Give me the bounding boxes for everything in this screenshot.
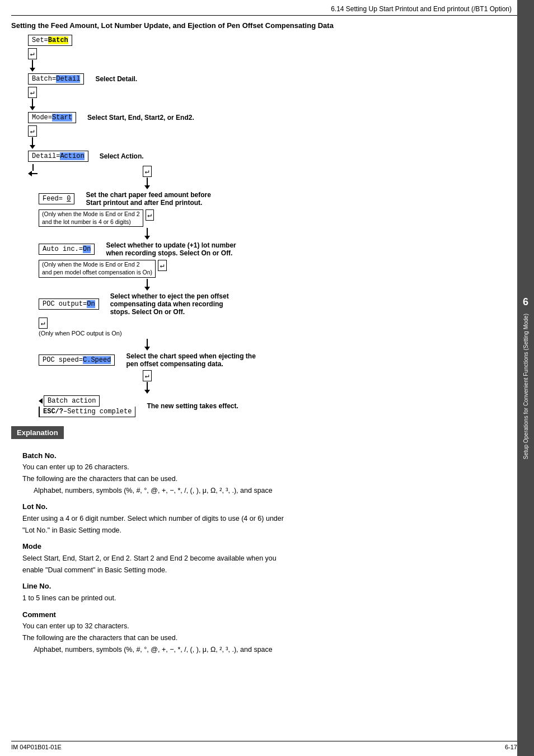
poc-out-label: POC output= — [43, 300, 87, 308]
feed-label: Feed= — [43, 195, 63, 203]
arrow-5 — [39, 228, 256, 240]
set-batch-box: Set=Batch — [28, 35, 72, 46]
arrow-line-7 — [147, 339, 148, 347]
enter-1: ↵ — [28, 48, 37, 59]
footer-right: 6-17 — [505, 744, 517, 750]
cond3-text: (Only when POC output is On) — [39, 330, 122, 337]
arrow-7 — [39, 339, 256, 351]
comment-line1: You can enter up to 32 characters. — [22, 621, 517, 632]
mode-title: Mode — [22, 541, 517, 552]
batch-action-label: Batch action — [48, 397, 96, 405]
arrow-3: ↵ — [28, 125, 37, 149]
arrow-head-1 — [30, 68, 35, 72]
setting-complete-label: Setting complete — [67, 408, 132, 416]
arrow-head-7 — [144, 347, 150, 351]
enter-8: ↵ — [143, 370, 152, 381]
mode-line1: Select Start, End, Start 2, or End 2. St… — [22, 553, 517, 564]
arrow-head-6 — [144, 287, 150, 291]
mode-start-annotation: Select Start, End, Start2, or End2. — [87, 114, 194, 122]
batch-no-line1: You can enter up to 26 characters. — [22, 462, 517, 473]
poc-output-box: POC output=On — [39, 298, 99, 310]
arrow-8: ↵ — [39, 370, 256, 394]
detail-action-box: Detail=Action — [28, 151, 88, 162]
explanation-section: Explanation Batch No. You can enter up t… — [11, 426, 517, 655]
auto-inc-annotation: Select whether to update (+1) lot number… — [106, 241, 236, 257]
poc-speed-annotation: Select the chart speed when ejecting the… — [126, 352, 255, 368]
batch-detail-annotation: Select Detail. — [95, 75, 137, 83]
poc-output-row: POC output=On Select whether to eject th… — [39, 292, 256, 316]
poc-speed-label: POC speed= — [43, 356, 83, 364]
enter-cond1: ↵ — [146, 209, 154, 221]
poc-speed-highlight: C.Speed — [83, 356, 111, 364]
batch-action-box: Batch action — [44, 395, 100, 407]
right-sidebar: 6 Setup Operations for Convenient Functi… — [517, 0, 534, 756]
poc-speed-box: POC speed=C.Speed — [39, 354, 115, 366]
lineno-line1: 1 to 5 lines can be printed out. — [22, 593, 517, 604]
detail-label: Detail= — [32, 152, 60, 160]
arrow-line-6 — [147, 279, 148, 287]
enter-3: ↵ — [28, 125, 37, 137]
batch-detail-box: Batch=Detail — [28, 73, 84, 85]
cond2-line1: (Only when the Mode is End or End 2 — [42, 261, 140, 268]
arrow-line-8 — [147, 382, 148, 390]
lot-no-title: Lot No. — [22, 501, 517, 512]
batch-action-line: Batch action — [39, 395, 100, 407]
mode-highlight: Start — [52, 114, 72, 122]
footer-left: IM 04P01B01-01E — [11, 744, 62, 750]
cond1-box: (Only when the Mode is End or End 2 and … — [39, 209, 143, 227]
esc-label: ESC/? — [43, 408, 63, 416]
poc-out-highlight: On — [87, 300, 95, 308]
explanation-content: Batch No. You can enter up to 26 charact… — [22, 450, 517, 655]
lot-no-line1: Enter using a 4 or 6 digit number. Selec… — [22, 514, 517, 524]
batch-esc-section: Batch action ESC/?–Setting complete — [39, 395, 135, 417]
sub-diagram: ↵ Feed= 0 Set the chart paper feed amoun… — [39, 164, 256, 418]
enter-cond2: ↵ — [158, 260, 167, 271]
set-label: Set= — [32, 36, 48, 44]
mode-line2: enable "Dual comment" in Basic Setting m… — [22, 565, 517, 576]
feedback-section: ↵ Feed= 0 Set the chart paper feed amoun… — [28, 164, 256, 418]
arrow-1: ↵ — [28, 48, 37, 72]
condition-2: (Only when the Mode is End or End 2 and … — [39, 260, 256, 277]
batch-label: Batch= — [32, 75, 56, 83]
batch-action-annotation: The new setting takes effect. — [147, 402, 238, 410]
arrow-line-3 — [32, 137, 33, 145]
detail-highlight: Action — [60, 152, 84, 160]
explanation-header: Explanation — [11, 426, 64, 439]
section-title: Setting the Feed Amount, Lot Number Upda… — [11, 21, 334, 30]
arrow-line-2 — [32, 99, 33, 106]
poc-speed-row: POC speed=C.Speed Select the chart speed… — [39, 352, 256, 368]
poc-output-annotation: Select whether to eject the pen offsetco… — [110, 292, 229, 316]
arrow-head-2 — [30, 106, 35, 110]
auto-inc-box: Auto inc.=On — [39, 244, 95, 255]
cond1-line2: and the lot number is 4 or 6 digits) — [42, 218, 131, 225]
arrow-line-5 — [147, 228, 148, 236]
comment-line2: The following are the characters that ca… — [22, 633, 517, 643]
section-title-block: Setting the Feed Amount, Lot Number Upda… — [11, 21, 517, 30]
detail-action-row: Detail=Action Select Action. — [28, 151, 144, 162]
footer: IM 04P01B01-01E 6-17 — [11, 741, 517, 750]
feed-annotation: Set the chart paper feed amount beforeSt… — [86, 191, 210, 207]
set-batch-row: Set=Batch — [28, 35, 72, 46]
arrow-line-1 — [32, 60, 33, 68]
arrow-head-3 — [30, 145, 35, 149]
enter-poc: ↵ — [39, 318, 256, 329]
auto-inc-row: Auto inc.=On Select whether to update (+… — [39, 241, 256, 257]
arrow-head-5 — [144, 236, 150, 240]
header-title: 6.14 Setting Up Start Printout and End p… — [331, 5, 512, 13]
enter-poc-symbol: ↵ — [39, 318, 48, 329]
feedback-arrow — [28, 164, 38, 418]
feed-row: Feed= 0 Set the chart paper feed amount … — [39, 191, 256, 207]
enter-4: ↵ — [143, 166, 152, 177]
batch-no-chars: Alphabet, numbers, symbols (%, #, °, @, … — [34, 486, 517, 496]
condition-1: (Only when the Mode is End or End 2 and … — [39, 209, 256, 227]
setting-complete-line: ESC/?–Setting complete — [39, 407, 135, 417]
batch-no-line2: The following are the characters that ca… — [22, 474, 517, 484]
esc-setting-box: ESC/?–Setting complete — [39, 407, 135, 417]
batch-action-row: Batch action ESC/?–Setting complete The … — [39, 395, 256, 417]
enter-2: ↵ — [28, 87, 37, 98]
diagram-container: Set=Batch ↵ Batch=Detail Select Detail. … — [28, 34, 517, 418]
arrow-head-4 — [144, 185, 150, 189]
main-content: 6.14 Setting Up Start Printout and End p… — [0, 0, 517, 666]
feed-num: 0 — [67, 195, 71, 203]
mode-start-row: Mode=Start Select Start, End, Start2, or… — [28, 112, 194, 123]
